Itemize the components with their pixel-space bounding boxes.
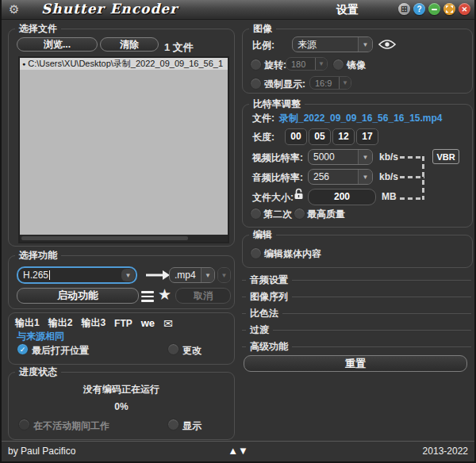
settings-menu[interactable]: 设置 xyxy=(336,3,359,17)
section-transition[interactable]: 过渡 xyxy=(242,323,471,336)
function-select-title: 选择功能 xyxy=(15,249,61,262)
video-bitrate-value: 5000 xyxy=(309,150,358,164)
arrow-right-icon xyxy=(145,269,171,281)
force-display-value: 16:9 xyxy=(310,77,339,89)
output-group: 输出1 输出2 输出3 FTP we ✉ 与来源相同 ✓ 最后打开位置 更改 xyxy=(8,312,235,365)
force-display-radio[interactable] xyxy=(250,78,262,90)
scrollbar-thumb[interactable] xyxy=(21,236,188,240)
colorimetry-label: 比色法 xyxy=(246,307,282,320)
codec-combobox[interactable]: H.265 ▼ xyxy=(17,266,137,284)
time-hours-field[interactable]: 00 xyxy=(285,128,307,145)
file-select-title: 选择文件 xyxy=(15,22,61,35)
chevron-down-icon[interactable]: ▼ xyxy=(358,150,372,164)
file-size-label: 文件大小: xyxy=(252,191,294,205)
vbr-button[interactable]: VBR xyxy=(432,149,459,164)
time-frames-field[interactable]: 17 xyxy=(356,128,378,145)
gear-icon[interactable]: ⚙ xyxy=(9,2,19,17)
browse-button[interactable]: 浏览... xyxy=(17,37,98,52)
image-sequence-label: 图像序列 xyxy=(246,290,292,304)
rotate-combobox[interactable]: 180 ▼ xyxy=(286,57,328,71)
help-icon: ? xyxy=(416,5,421,13)
force-display-combobox[interactable]: 16:9 ▼ xyxy=(309,76,351,90)
length-label: 长度: xyxy=(252,131,274,144)
bitrate-title: 比特率调整 xyxy=(249,98,305,110)
tab-output1[interactable]: 输出1 xyxy=(15,316,40,330)
menu-icon[interactable] xyxy=(141,291,154,302)
time-minutes-field[interactable]: 05 xyxy=(309,128,331,145)
image-title: 图像 xyxy=(249,22,276,35)
chevron-down-icon: ▼ xyxy=(218,268,230,282)
help-button[interactable]: ? xyxy=(413,3,425,15)
dash-connector-size xyxy=(400,197,424,200)
mirror-radio[interactable] xyxy=(332,59,344,71)
work-inactive-radio[interactable] xyxy=(18,419,30,430)
unlock-icon[interactable] xyxy=(294,188,304,200)
chevron-down-icon[interactable]: ▼ xyxy=(121,269,135,281)
tab-output3[interactable]: 输出3 xyxy=(81,316,106,330)
function-select-group: 选择功能 H.265 ▼ .mp4 ▼ ▼ 启动功能 ★ 取消 xyxy=(8,255,235,309)
pin-window-button[interactable]: ⊞ xyxy=(398,3,410,15)
ratio-combobox[interactable]: 来源 ▼ xyxy=(292,36,373,52)
rotate-radio[interactable] xyxy=(250,59,262,71)
pin-icon: ⊞ xyxy=(401,4,408,14)
last-location-label: 最后打开位置 xyxy=(32,344,89,358)
change-location-radio[interactable] xyxy=(167,343,179,355)
progress-group: 进度状态 没有编码正在运行 0% 在不活动期间工作 显示 xyxy=(8,372,235,440)
cancel-button[interactable]: 取消 xyxy=(175,288,231,304)
app-title: Shutter Encoder xyxy=(41,1,178,17)
footer: by Paul Pacifico ▲▼ 2013-2022 xyxy=(2,441,474,461)
close-icon: ✕ xyxy=(462,6,468,13)
file-select-group: 选择文件 浏览... 清除 1 文件 ● C:\Users\XU\Desktop… xyxy=(8,29,235,247)
section-image-sequence[interactable]: 图像序列 xyxy=(242,290,471,303)
file-size-field[interactable]: 200 xyxy=(308,189,376,205)
section-colorimetry[interactable]: 比色法 xyxy=(242,307,471,320)
star-icon[interactable]: ★ xyxy=(158,288,171,302)
close-button[interactable]: ✕ xyxy=(459,3,470,15)
mail-icon[interactable]: ✉ xyxy=(163,317,173,330)
wetransfer-icon[interactable]: we xyxy=(141,317,155,329)
rotate-label: 旋转: xyxy=(264,59,286,72)
best-quality-radio[interactable] xyxy=(294,208,305,220)
chevron-down-icon[interactable]: ▼ xyxy=(201,268,214,282)
tab-ftp[interactable]: FTP xyxy=(114,318,132,329)
bullet-icon: ● xyxy=(22,61,25,67)
list-item[interactable]: ● C:\Users\XU\Desktop\录制_2022_09_09_16_5… xyxy=(20,58,228,70)
extension-combobox[interactable]: .mp4 ▼ xyxy=(169,267,215,283)
change-location-label: 更改 xyxy=(182,344,202,358)
file-list[interactable]: ● C:\Users\XU\Desktop\录制_2022_09_09_16_5… xyxy=(18,56,229,243)
window-controls: ⊞ ? ✕ xyxy=(398,3,470,15)
last-location-radio[interactable]: ✓ xyxy=(17,343,29,355)
chevron-down-icon[interactable]: ▼ xyxy=(358,37,372,52)
section-advanced[interactable]: 高级功能 xyxy=(242,340,471,353)
clear-button[interactable]: 清除 xyxy=(100,37,159,52)
triangle-up-icon[interactable]: ▲ xyxy=(228,445,238,457)
extra-dropdown[interactable]: ▼ xyxy=(217,267,231,283)
dash-connector-video xyxy=(400,156,424,159)
ratio-value: 来源 xyxy=(293,37,358,52)
start-function-button[interactable]: 启动功能 xyxy=(17,288,139,304)
reset-button[interactable]: 重置 xyxy=(244,355,467,372)
chevron-down-icon[interactable]: ▼ xyxy=(358,170,372,184)
audio-bitrate-label: 音频比特率: xyxy=(252,171,303,185)
tab-output2[interactable]: 输出2 xyxy=(48,316,73,330)
second-pass-radio[interactable] xyxy=(250,208,262,220)
text-cursor xyxy=(49,270,50,280)
eye-icon[interactable] xyxy=(378,40,396,49)
video-bitrate-label: 视频比特率: xyxy=(252,151,303,165)
audio-bitrate-combobox[interactable]: 256 ▼ xyxy=(308,169,373,185)
codec-value: H.265 xyxy=(23,270,48,281)
extension-value: .mp4 xyxy=(170,268,201,282)
show-radio[interactable] xyxy=(167,419,179,430)
triangle-down-icon[interactable]: ▼ xyxy=(238,445,248,457)
minimize-button[interactable] xyxy=(428,3,440,15)
time-seconds-field[interactable]: 12 xyxy=(332,128,355,145)
video-bitrate-unit: kb/s xyxy=(379,151,398,163)
edit-media-radio[interactable] xyxy=(250,247,262,259)
file-path: C:\Users\XU\Desktop\录制_2022_09_09_16_56_… xyxy=(28,58,223,70)
section-audio-settings[interactable]: 音频设置 xyxy=(242,274,471,286)
horizontal-scrollbar[interactable] xyxy=(20,235,228,242)
file-count: 1 文件 xyxy=(164,40,194,55)
rotate-value: 180 xyxy=(286,58,315,70)
video-bitrate-combobox[interactable]: 5000 ▼ xyxy=(308,149,373,165)
maximize-button[interactable] xyxy=(443,3,455,15)
